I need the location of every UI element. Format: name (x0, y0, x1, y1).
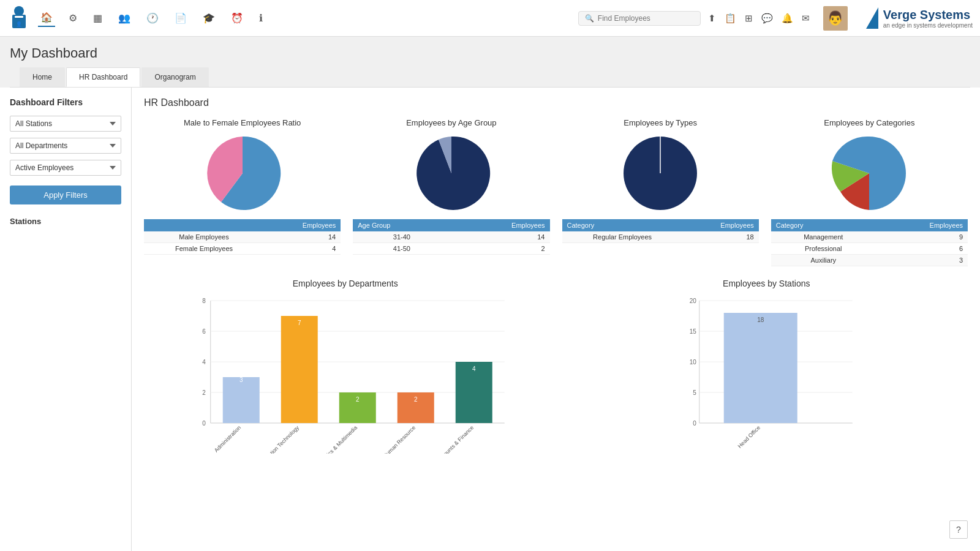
search-input[interactable] (598, 14, 690, 23)
row-value: 9 (876, 231, 968, 243)
gender-ratio-chart: Male to Female Employees Ratio Em (144, 118, 341, 266)
employees-select[interactable]: Active Employees All Employees (10, 160, 121, 176)
dashboard-area: HR Dashboard Male to Female Employees Ra… (132, 88, 980, 551)
search-icon: 🔍 (585, 14, 594, 23)
svg-text:👤: 👤 (16, 21, 22, 27)
svg-text:2: 2 (356, 396, 360, 403)
svg-text:8: 8 (202, 298, 206, 304)
row-value: 3 (876, 255, 968, 266)
row-value: 2 (450, 243, 549, 255)
home-icon[interactable]: 🏠 (38, 9, 55, 27)
svg-text:15: 15 (689, 328, 696, 335)
types-pie (562, 133, 759, 213)
types-table: Category Employees Regular Employees 18 (562, 219, 759, 243)
file-icon[interactable]: 📄 (172, 10, 189, 26)
row-label: 31-40 (353, 231, 450, 243)
svg-text:Administration: Administration (213, 424, 242, 453)
stations-bar-chart: Employees by Stations 20 15 10 5 0 (565, 279, 968, 455)
row-label: Male Employees (144, 231, 264, 243)
apply-filters-button[interactable]: Apply Filters (10, 186, 121, 204)
charts-row: Male to Female Employees Ratio Em (144, 118, 968, 266)
copy-icon[interactable]: 📋 (725, 13, 736, 24)
svg-rect-2 (15, 16, 23, 18)
info-icon[interactable]: ℹ (257, 10, 265, 26)
row-value: 14 (450, 231, 549, 243)
bell-icon[interactable]: 🔔 (782, 13, 793, 24)
tab-home[interactable]: Home (20, 67, 65, 87)
upload-icon[interactable]: ⬆ (708, 13, 716, 24)
svg-text:Information Technology: Information Technology (255, 424, 300, 454)
brand-sub: an edge in systems development (883, 22, 973, 29)
nav-icons: 🏠 ⚙ ▦ 👥 🕐 📄 🎓 ⏰ ℹ (38, 9, 578, 27)
brand-triangle (866, 7, 878, 29)
tab-hr-dashboard[interactable]: HR Dashboard (66, 67, 140, 87)
grid-icon[interactable]: ▦ (91, 10, 105, 26)
stations-chart-svg: 20 15 10 5 0 18 Head Office (565, 294, 968, 454)
gender-ratio-title: Male to Female Employees Ratio (144, 118, 341, 127)
table-row: Management 9 (771, 231, 968, 243)
sidebar: Dashboard Filters All Stations Station 1… (0, 88, 132, 551)
svg-text:4: 4 (202, 359, 206, 365)
row-label: Auxiliary (771, 255, 876, 266)
chat-icon[interactable]: 💬 (761, 13, 773, 24)
stations-chart-title: Employees by Stations (565, 279, 968, 288)
table-row: Male Employees 14 (144, 231, 341, 243)
row-label: Female Employees (144, 243, 264, 255)
users-icon[interactable]: 👥 (116, 10, 133, 26)
svg-text:20: 20 (689, 298, 696, 304)
row-value: 18 (683, 231, 759, 243)
tab-organogram[interactable]: Organogram (141, 67, 208, 87)
col-employees: Employees (450, 219, 549, 231)
search-bar: 🔍 (578, 11, 701, 26)
svg-text:18: 18 (757, 317, 764, 323)
mail-icon[interactable]: ✉ (802, 13, 810, 24)
gender-ratio-pie (144, 133, 341, 213)
graduation-icon[interactable]: 🎓 (200, 10, 217, 26)
brand-logo: Verge Systems an edge in systems develop… (866, 7, 973, 29)
avatar[interactable]: 👨 (823, 6, 848, 31)
time-icon[interactable]: ⏰ (228, 10, 246, 26)
table-row: 31-40 14 (353, 231, 549, 243)
row-value: 6 (876, 243, 968, 255)
categories-chart: Employees by Categories (771, 118, 968, 266)
col-employees: Employees (876, 219, 968, 231)
stations-section-title: Stations (10, 217, 121, 226)
departments-select[interactable]: All Departments HR (10, 138, 121, 154)
tabs: Home HR Dashboard Organogram (10, 67, 970, 88)
departments-bar-chart: Employees by Departments 8 6 4 2 0 (144, 279, 547, 455)
row-value: 14 (264, 231, 341, 243)
svg-text:2: 2 (414, 396, 418, 403)
table-icon[interactable]: ⊞ (745, 13, 753, 24)
svg-text:0: 0 (202, 420, 206, 427)
settings-icon[interactable]: ⚙ (66, 10, 80, 26)
clock-icon[interactable]: 🕐 (144, 10, 161, 26)
stations-select[interactable]: All Stations Station 1 (10, 116, 121, 132)
svg-text:3: 3 (239, 377, 243, 383)
svg-point-1 (14, 6, 24, 16)
action-icons: ⬆ 📋 ⊞ 💬 🔔 ✉ 👨 (708, 6, 848, 31)
svg-text:10: 10 (689, 359, 696, 365)
col-category: Category (771, 219, 876, 231)
svg-text:0: 0 (693, 420, 696, 427)
row-label: 41-50 (353, 243, 450, 255)
sidebar-title: Dashboard Filters (10, 97, 121, 107)
col-age-group: Age Group (353, 219, 450, 231)
categories-pie (771, 133, 968, 213)
age-group-table: Age Group Employees 31-40 14 41-50 2 (353, 219, 549, 255)
col-employees: Employees (264, 219, 341, 231)
svg-text:Accounts & Finance: Accounts & Finance (435, 424, 475, 454)
age-group-title: Employees by Age Group (353, 118, 549, 127)
categories-title: Employees by Categories (771, 118, 968, 127)
svg-text:7: 7 (298, 320, 301, 326)
page-title: My Dashboard (10, 45, 970, 61)
help-button[interactable]: ? (949, 520, 968, 539)
svg-text:4: 4 (472, 365, 476, 372)
row-value: 4 (264, 243, 341, 255)
types-title: Employees by Types (562, 118, 759, 127)
bar-charts-row: Employees by Departments 8 6 4 2 0 (144, 279, 968, 455)
svg-text:Human Resource: Human Resource (382, 424, 417, 454)
page-header: My Dashboard Home HR Dashboard Organogra… (0, 37, 980, 88)
table-row: Professional 6 (771, 243, 968, 255)
svg-text:Head Office: Head Office (736, 424, 761, 449)
app-logo: 👤 (7, 4, 31, 32)
